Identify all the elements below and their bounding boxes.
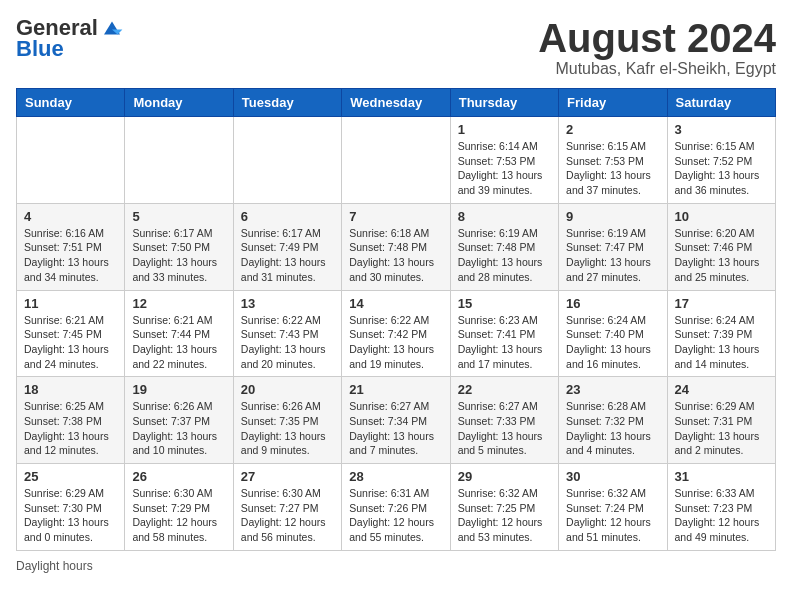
col-header-wednesday: Wednesday xyxy=(342,89,450,117)
day-number: 23 xyxy=(566,382,659,397)
day-info: Sunrise: 6:15 AM Sunset: 7:52 PM Dayligh… xyxy=(675,139,768,198)
day-info: Sunrise: 6:22 AM Sunset: 7:43 PM Dayligh… xyxy=(241,313,334,372)
calendar-week-row: 4Sunrise: 6:16 AM Sunset: 7:51 PM Daylig… xyxy=(17,203,776,290)
calendar-day-cell: 17Sunrise: 6:24 AM Sunset: 7:39 PM Dayli… xyxy=(667,290,775,377)
calendar-day-cell: 25Sunrise: 6:29 AM Sunset: 7:30 PM Dayli… xyxy=(17,464,125,551)
col-header-saturday: Saturday xyxy=(667,89,775,117)
day-number: 18 xyxy=(24,382,117,397)
calendar-day-cell: 7Sunrise: 6:18 AM Sunset: 7:48 PM Daylig… xyxy=(342,203,450,290)
daylight-hours-label: Daylight hours xyxy=(16,559,93,573)
calendar-day-cell: 20Sunrise: 6:26 AM Sunset: 7:35 PM Dayli… xyxy=(233,377,341,464)
day-info: Sunrise: 6:31 AM Sunset: 7:26 PM Dayligh… xyxy=(349,486,442,545)
day-info: Sunrise: 6:19 AM Sunset: 7:48 PM Dayligh… xyxy=(458,226,551,285)
calendar-day-cell xyxy=(17,117,125,204)
calendar-day-cell xyxy=(342,117,450,204)
calendar-day-cell: 2Sunrise: 6:15 AM Sunset: 7:53 PM Daylig… xyxy=(559,117,667,204)
page-header: General Blue August 2024 Mutubas, Kafr e… xyxy=(16,16,776,78)
calendar-day-cell: 13Sunrise: 6:22 AM Sunset: 7:43 PM Dayli… xyxy=(233,290,341,377)
day-info: Sunrise: 6:27 AM Sunset: 7:33 PM Dayligh… xyxy=(458,399,551,458)
calendar-day-cell: 29Sunrise: 6:32 AM Sunset: 7:25 PM Dayli… xyxy=(450,464,558,551)
day-info: Sunrise: 6:25 AM Sunset: 7:38 PM Dayligh… xyxy=(24,399,117,458)
calendar-day-cell: 23Sunrise: 6:28 AM Sunset: 7:32 PM Dayli… xyxy=(559,377,667,464)
day-number: 21 xyxy=(349,382,442,397)
month-title: August 2024 xyxy=(538,16,776,60)
day-info: Sunrise: 6:23 AM Sunset: 7:41 PM Dayligh… xyxy=(458,313,551,372)
calendar-day-cell: 15Sunrise: 6:23 AM Sunset: 7:41 PM Dayli… xyxy=(450,290,558,377)
day-number: 28 xyxy=(349,469,442,484)
day-info: Sunrise: 6:17 AM Sunset: 7:50 PM Dayligh… xyxy=(132,226,225,285)
day-number: 27 xyxy=(241,469,334,484)
day-info: Sunrise: 6:29 AM Sunset: 7:30 PM Dayligh… xyxy=(24,486,117,545)
calendar-day-cell: 27Sunrise: 6:30 AM Sunset: 7:27 PM Dayli… xyxy=(233,464,341,551)
day-number: 26 xyxy=(132,469,225,484)
calendar-table: SundayMondayTuesdayWednesdayThursdayFrid… xyxy=(16,88,776,551)
footer: Daylight hours xyxy=(16,559,776,573)
calendar-day-cell: 16Sunrise: 6:24 AM Sunset: 7:40 PM Dayli… xyxy=(559,290,667,377)
day-number: 25 xyxy=(24,469,117,484)
col-header-monday: Monday xyxy=(125,89,233,117)
day-info: Sunrise: 6:18 AM Sunset: 7:48 PM Dayligh… xyxy=(349,226,442,285)
calendar-day-cell: 14Sunrise: 6:22 AM Sunset: 7:42 PM Dayli… xyxy=(342,290,450,377)
day-info: Sunrise: 6:30 AM Sunset: 7:29 PM Dayligh… xyxy=(132,486,225,545)
day-number: 10 xyxy=(675,209,768,224)
day-info: Sunrise: 6:26 AM Sunset: 7:37 PM Dayligh… xyxy=(132,399,225,458)
day-number: 3 xyxy=(675,122,768,137)
day-info: Sunrise: 6:32 AM Sunset: 7:24 PM Dayligh… xyxy=(566,486,659,545)
day-info: Sunrise: 6:26 AM Sunset: 7:35 PM Dayligh… xyxy=(241,399,334,458)
day-info: Sunrise: 6:33 AM Sunset: 7:23 PM Dayligh… xyxy=(675,486,768,545)
day-number: 16 xyxy=(566,296,659,311)
day-number: 29 xyxy=(458,469,551,484)
calendar-day-cell: 11Sunrise: 6:21 AM Sunset: 7:45 PM Dayli… xyxy=(17,290,125,377)
day-info: Sunrise: 6:14 AM Sunset: 7:53 PM Dayligh… xyxy=(458,139,551,198)
day-info: Sunrise: 6:15 AM Sunset: 7:53 PM Dayligh… xyxy=(566,139,659,198)
calendar-day-cell xyxy=(233,117,341,204)
day-number: 4 xyxy=(24,209,117,224)
day-info: Sunrise: 6:32 AM Sunset: 7:25 PM Dayligh… xyxy=(458,486,551,545)
calendar-week-row: 1Sunrise: 6:14 AM Sunset: 7:53 PM Daylig… xyxy=(17,117,776,204)
calendar-week-row: 25Sunrise: 6:29 AM Sunset: 7:30 PM Dayli… xyxy=(17,464,776,551)
calendar-week-row: 11Sunrise: 6:21 AM Sunset: 7:45 PM Dayli… xyxy=(17,290,776,377)
calendar-day-cell: 30Sunrise: 6:32 AM Sunset: 7:24 PM Dayli… xyxy=(559,464,667,551)
calendar-day-cell: 8Sunrise: 6:19 AM Sunset: 7:48 PM Daylig… xyxy=(450,203,558,290)
col-header-tuesday: Tuesday xyxy=(233,89,341,117)
calendar-day-cell: 28Sunrise: 6:31 AM Sunset: 7:26 PM Dayli… xyxy=(342,464,450,551)
day-number: 11 xyxy=(24,296,117,311)
day-info: Sunrise: 6:21 AM Sunset: 7:45 PM Dayligh… xyxy=(24,313,117,372)
calendar-day-cell: 31Sunrise: 6:33 AM Sunset: 7:23 PM Dayli… xyxy=(667,464,775,551)
calendar-week-row: 18Sunrise: 6:25 AM Sunset: 7:38 PM Dayli… xyxy=(17,377,776,464)
day-number: 14 xyxy=(349,296,442,311)
col-header-thursday: Thursday xyxy=(450,89,558,117)
calendar-day-cell: 10Sunrise: 6:20 AM Sunset: 7:46 PM Dayli… xyxy=(667,203,775,290)
day-number: 12 xyxy=(132,296,225,311)
location-subtitle: Mutubas, Kafr el-Sheikh, Egypt xyxy=(538,60,776,78)
calendar-day-cell: 5Sunrise: 6:17 AM Sunset: 7:50 PM Daylig… xyxy=(125,203,233,290)
day-number: 2 xyxy=(566,122,659,137)
day-number: 6 xyxy=(241,209,334,224)
day-number: 30 xyxy=(566,469,659,484)
calendar-day-cell: 26Sunrise: 6:30 AM Sunset: 7:29 PM Dayli… xyxy=(125,464,233,551)
day-number: 20 xyxy=(241,382,334,397)
day-number: 15 xyxy=(458,296,551,311)
day-number: 5 xyxy=(132,209,225,224)
calendar-day-cell: 4Sunrise: 6:16 AM Sunset: 7:51 PM Daylig… xyxy=(17,203,125,290)
calendar-header-row: SundayMondayTuesdayWednesdayThursdayFrid… xyxy=(17,89,776,117)
calendar-day-cell: 9Sunrise: 6:19 AM Sunset: 7:47 PM Daylig… xyxy=(559,203,667,290)
day-info: Sunrise: 6:20 AM Sunset: 7:46 PM Dayligh… xyxy=(675,226,768,285)
col-header-friday: Friday xyxy=(559,89,667,117)
day-number: 24 xyxy=(675,382,768,397)
calendar-day-cell: 22Sunrise: 6:27 AM Sunset: 7:33 PM Dayli… xyxy=(450,377,558,464)
day-info: Sunrise: 6:29 AM Sunset: 7:31 PM Dayligh… xyxy=(675,399,768,458)
day-info: Sunrise: 6:16 AM Sunset: 7:51 PM Dayligh… xyxy=(24,226,117,285)
day-number: 22 xyxy=(458,382,551,397)
calendar-day-cell: 12Sunrise: 6:21 AM Sunset: 7:44 PM Dayli… xyxy=(125,290,233,377)
day-number: 17 xyxy=(675,296,768,311)
day-info: Sunrise: 6:28 AM Sunset: 7:32 PM Dayligh… xyxy=(566,399,659,458)
title-block: August 2024 Mutubas, Kafr el-Sheikh, Egy… xyxy=(538,16,776,78)
day-info: Sunrise: 6:24 AM Sunset: 7:39 PM Dayligh… xyxy=(675,313,768,372)
calendar-day-cell: 24Sunrise: 6:29 AM Sunset: 7:31 PM Dayli… xyxy=(667,377,775,464)
day-info: Sunrise: 6:30 AM Sunset: 7:27 PM Dayligh… xyxy=(241,486,334,545)
day-info: Sunrise: 6:21 AM Sunset: 7:44 PM Dayligh… xyxy=(132,313,225,372)
day-number: 13 xyxy=(241,296,334,311)
logo-icon xyxy=(100,16,124,40)
day-number: 19 xyxy=(132,382,225,397)
